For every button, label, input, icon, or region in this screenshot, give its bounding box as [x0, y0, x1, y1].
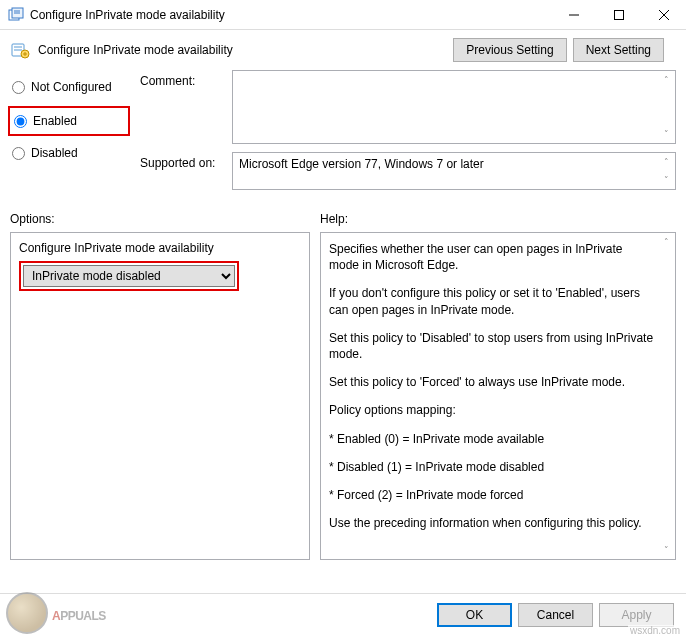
- help-text: Set this policy to 'Disabled' to stop us…: [329, 330, 655, 362]
- radio-label: Disabled: [31, 146, 78, 160]
- supported-label: Supported on:: [140, 152, 224, 190]
- titlebar: Configure InPrivate mode availability: [0, 0, 686, 30]
- radio-enabled[interactable]: Enabled: [12, 110, 126, 132]
- options-header: Configure InPrivate mode availability: [19, 241, 301, 255]
- help-text: Policy options mapping:: [329, 402, 655, 418]
- help-text: * Forced (2) = InPrivate mode forced: [329, 487, 655, 503]
- radio-label: Enabled: [33, 114, 77, 128]
- help-panel: Specifies whether the user can open page…: [320, 232, 676, 560]
- source-attribution: wsxdn.com: [628, 625, 682, 636]
- watermark: APPUALS: [6, 592, 106, 634]
- scroll-down-icon[interactable]: ˅: [658, 172, 674, 188]
- subheader-title: Configure InPrivate mode availability: [38, 43, 233, 57]
- radio-disabled[interactable]: Disabled: [10, 142, 130, 164]
- apply-button[interactable]: Apply: [599, 603, 674, 627]
- comment-textarea[interactable]: ˄ ˅: [232, 70, 676, 144]
- bottom-bar: APPUALS OK Cancel Apply: [0, 593, 686, 636]
- radio-not-configured-input[interactable]: [12, 81, 25, 94]
- subheader: Configure InPrivate mode availability Pr…: [0, 30, 686, 66]
- maximize-button[interactable]: [596, 0, 641, 29]
- window-title: Configure InPrivate mode availability: [30, 8, 551, 22]
- inprivate-mode-select[interactable]: InPrivate mode disabled: [23, 265, 235, 287]
- supported-on-text: Microsoft Edge version 77, Windows 7 or …: [239, 157, 484, 171]
- scroll-up-icon[interactable]: ˄: [658, 154, 674, 170]
- watermark-brand: APPUALS: [52, 600, 106, 626]
- radio-disabled-input[interactable]: [12, 147, 25, 160]
- help-text: Set this policy to 'Forced' to always us…: [329, 374, 655, 390]
- options-section-label: Options:: [10, 212, 310, 226]
- policy-icon: [10, 40, 30, 60]
- options-panel: Configure InPrivate mode availability In…: [10, 232, 310, 560]
- supported-on-box: Microsoft Edge version 77, Windows 7 or …: [232, 152, 676, 190]
- help-text: Use the preceding information when confi…: [329, 515, 655, 531]
- help-text: If you don't configure this policy or se…: [329, 285, 655, 317]
- help-text: * Disabled (1) = InPrivate mode disabled: [329, 459, 655, 475]
- scroll-down-icon[interactable]: ˅: [658, 542, 674, 558]
- nav-buttons: Previous Setting Next Setting: [453, 38, 676, 62]
- highlight-enabled: Enabled: [8, 106, 130, 136]
- close-button[interactable]: [641, 0, 686, 29]
- svg-rect-5: [614, 10, 623, 19]
- scroll-up-icon[interactable]: ˄: [658, 234, 674, 250]
- help-text: * Enabled (0) = InPrivate mode available: [329, 431, 655, 447]
- comment-label: Comment:: [140, 70, 224, 144]
- app-icon: [8, 7, 24, 23]
- radio-enabled-input[interactable]: [14, 115, 27, 128]
- scroll-down-icon[interactable]: ˅: [658, 126, 674, 142]
- next-setting-button[interactable]: Next Setting: [573, 38, 664, 62]
- minimize-button[interactable]: [551, 0, 596, 29]
- watermark-avatar: [6, 592, 48, 634]
- radio-label: Not Configured: [31, 80, 112, 94]
- fields-column: Comment: ˄ ˅ Supported on: Microsoft Edg…: [140, 70, 676, 198]
- help-text: Specifies whether the user can open page…: [329, 241, 655, 273]
- window-controls: [551, 0, 686, 29]
- scroll-up-icon[interactable]: ˄: [658, 72, 674, 88]
- previous-setting-button[interactable]: Previous Setting: [453, 38, 566, 62]
- ok-button[interactable]: OK: [437, 603, 512, 627]
- highlight-dropdown: InPrivate mode disabled: [19, 261, 239, 291]
- radio-not-configured[interactable]: Not Configured: [10, 76, 130, 98]
- state-radios: Not Configured Enabled Disabled: [10, 70, 130, 198]
- cancel-button[interactable]: Cancel: [518, 603, 593, 627]
- help-section-label: Help:: [320, 212, 676, 226]
